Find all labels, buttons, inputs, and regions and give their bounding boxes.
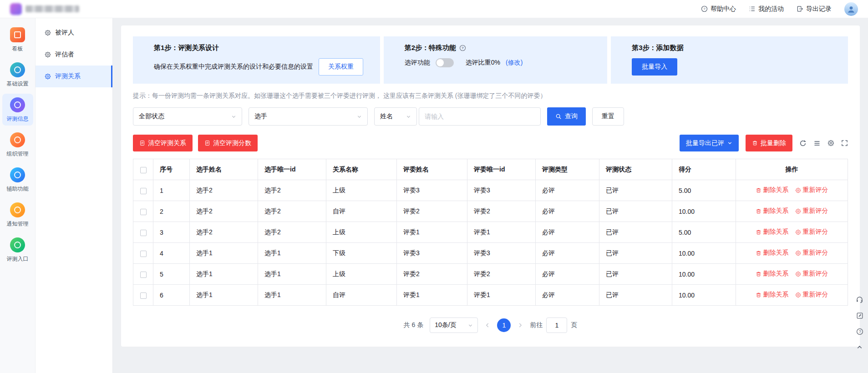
cell-judge_id: 评委3 bbox=[467, 243, 536, 264]
cell-no: 3 bbox=[153, 222, 190, 243]
help-question-icon[interactable]: ? bbox=[856, 328, 863, 335]
cell-player_id: 选手1 bbox=[258, 243, 326, 264]
help-center-button[interactable]: ? 帮助中心 bbox=[701, 5, 736, 13]
batch-import-button[interactable]: 批量导入 bbox=[632, 58, 677, 76]
row-checkbox-cell bbox=[133, 264, 153, 285]
field-select[interactable]: 姓名 bbox=[374, 107, 417, 126]
search-icon bbox=[555, 113, 562, 120]
back-to-top-icon[interactable] bbox=[856, 344, 863, 351]
rescore-link[interactable]: 重新评分 bbox=[795, 291, 828, 299]
icon-rail: 看板基础设置评测信息组织管理辅助功能通知管理评测入口 bbox=[0, 18, 36, 373]
clear-scores-button[interactable]: 清空评测分数 bbox=[198, 135, 258, 151]
page-number-1[interactable]: 1 bbox=[497, 318, 511, 332]
modify-link[interactable]: (修改) bbox=[506, 59, 523, 67]
action-row: 清空评测关系 清空评测分数 批量导出已评 bbox=[133, 135, 848, 151]
clear-relations-button[interactable]: 清空评测关系 bbox=[133, 135, 193, 151]
search-button[interactable]: 查询 bbox=[547, 107, 586, 126]
row-checkbox[interactable] bbox=[140, 272, 147, 278]
refresh-icon[interactable] bbox=[799, 140, 807, 147]
rescore-link[interactable]: 重新评分 bbox=[795, 186, 828, 194]
table-row: 3选手2选手2上级评委1评委1必评已评5.00删除关系重新评分 bbox=[133, 222, 848, 243]
cell-judge: 评委2 bbox=[397, 201, 467, 222]
row-checkbox[interactable] bbox=[140, 292, 147, 299]
goto-suffix-label: 页 bbox=[571, 321, 577, 329]
delete-relation-link[interactable]: 删除关系 bbox=[756, 207, 789, 215]
search-button-label: 查询 bbox=[565, 112, 578, 121]
density-list-icon[interactable] bbox=[813, 140, 821, 147]
row-checkbox[interactable] bbox=[140, 188, 147, 194]
rail-item-3[interactable]: 组织管理 bbox=[2, 129, 33, 161]
rail-item-5[interactable]: 通知管理 bbox=[2, 199, 33, 231]
cell-type: 必评 bbox=[536, 201, 599, 222]
delete-relation-label: 删除关系 bbox=[763, 228, 789, 236]
select-evaluation-toggle[interactable] bbox=[436, 58, 454, 67]
cell-judge_id: 评委1 bbox=[467, 222, 536, 243]
rail-item-2[interactable]: 评测信息 bbox=[2, 94, 33, 126]
sidebar-item-0[interactable]: 被评人 bbox=[36, 22, 112, 44]
avatar[interactable] bbox=[844, 2, 858, 16]
status-select[interactable]: 全部状态 bbox=[133, 107, 242, 126]
gear-icon bbox=[795, 292, 801, 298]
column-header-9: 操作 bbox=[736, 159, 848, 180]
rescore-link[interactable]: 重新评分 bbox=[795, 270, 828, 278]
action-row-left: 清空评测关系 清空评测分数 bbox=[133, 135, 258, 151]
cell-type: 必评 bbox=[536, 264, 599, 285]
cell-operations: 删除关系重新评分 bbox=[736, 222, 848, 243]
support-headset-icon[interactable] bbox=[856, 296, 863, 303]
batch-export-rated-button[interactable]: 批量导出已评 bbox=[680, 135, 739, 151]
body-layout: 看板基础设置评测信息组织管理辅助功能通知管理评测入口 被评人评估者评测关系 第1… bbox=[0, 18, 868, 373]
delete-relation-link[interactable]: 删除关系 bbox=[756, 270, 789, 278]
batch-delete-button[interactable]: 批量删除 bbox=[746, 135, 792, 151]
goto-page-input[interactable] bbox=[546, 318, 567, 333]
content-card: 第1步：评测关系设计 确保在关系权重中完成评测关系的设计和必要信息的设置 关系权… bbox=[121, 25, 860, 347]
notification-icon bbox=[10, 202, 25, 217]
row-checkbox[interactable] bbox=[140, 209, 147, 215]
cell-score: 10.00 bbox=[672, 201, 736, 222]
column-settings-gear-icon[interactable] bbox=[827, 140, 834, 146]
delete-relation-link[interactable]: 删除关系 bbox=[756, 291, 789, 299]
reset-button[interactable]: 重置 bbox=[592, 107, 624, 126]
my-activities-button[interactable]: 我的活动 bbox=[749, 5, 784, 13]
fullscreen-icon[interactable] bbox=[841, 140, 848, 146]
export-records-button[interactable]: 导出记录 bbox=[797, 5, 832, 13]
delete-relation-link[interactable]: 删除关系 bbox=[756, 249, 789, 257]
question-circle-icon[interactable]: ? bbox=[459, 45, 466, 51]
step1-title: 第1步：评测关系设计 bbox=[154, 44, 372, 52]
prev-page-button[interactable] bbox=[484, 322, 491, 328]
cell-player: 选手1 bbox=[190, 243, 258, 264]
step3-title: 第3步：添加数据 bbox=[632, 44, 840, 52]
next-page-button[interactable] bbox=[517, 322, 523, 328]
rescore-link[interactable]: 重新评分 bbox=[795, 207, 828, 215]
cell-player: 选手2 bbox=[190, 222, 258, 243]
cell-player: 选手1 bbox=[190, 285, 258, 306]
delete-relation-link[interactable]: 删除关系 bbox=[756, 228, 789, 236]
rescore-link[interactable]: 重新评分 bbox=[795, 249, 828, 257]
rail-item-6[interactable]: 评测入口 bbox=[2, 234, 33, 266]
page-size-select[interactable]: 10条/页 bbox=[430, 318, 478, 333]
delete-relation-link[interactable]: 删除关系 bbox=[756, 186, 789, 194]
rail-item-1[interactable]: 基础设置 bbox=[2, 59, 33, 91]
tip-text: 提示：每一份评测均需一条评测关系对应。如张珊珊这个选手需要被三个评委进行评测， … bbox=[133, 92, 848, 100]
evaluation-info-icon bbox=[10, 97, 25, 112]
rail-item-4[interactable]: 辅助功能 bbox=[2, 164, 33, 196]
cell-no: 1 bbox=[153, 180, 190, 201]
row-checkbox[interactable] bbox=[140, 251, 147, 257]
sidebar-item-1[interactable]: 评估者 bbox=[36, 44, 112, 66]
select-all-checkbox[interactable] bbox=[140, 167, 147, 173]
ratio-label: 选评比重0% bbox=[466, 59, 500, 67]
sidebar-item-2[interactable]: 评测关系 bbox=[36, 66, 112, 87]
page-size-value: 10条/页 bbox=[435, 321, 456, 329]
rescore-link[interactable]: 重新评分 bbox=[795, 228, 828, 236]
row-checkbox[interactable] bbox=[140, 230, 147, 236]
svg-text:?: ? bbox=[858, 329, 861, 334]
trash-icon bbox=[752, 140, 758, 146]
feedback-edit-icon[interactable] bbox=[856, 312, 863, 319]
secondary-sidebar: 被评人评估者评测关系 bbox=[36, 18, 113, 373]
rail-item-0[interactable]: 看板 bbox=[2, 24, 33, 55]
relation-weight-button[interactable]: 关系权重 bbox=[319, 58, 363, 76]
target-select[interactable]: 选手 bbox=[249, 107, 368, 126]
goto-page: 前往 页 bbox=[530, 318, 577, 333]
toggle-label: 选评功能 bbox=[405, 59, 430, 67]
search-input[interactable] bbox=[419, 107, 541, 126]
cell-judge_id: 评委2 bbox=[467, 264, 536, 285]
